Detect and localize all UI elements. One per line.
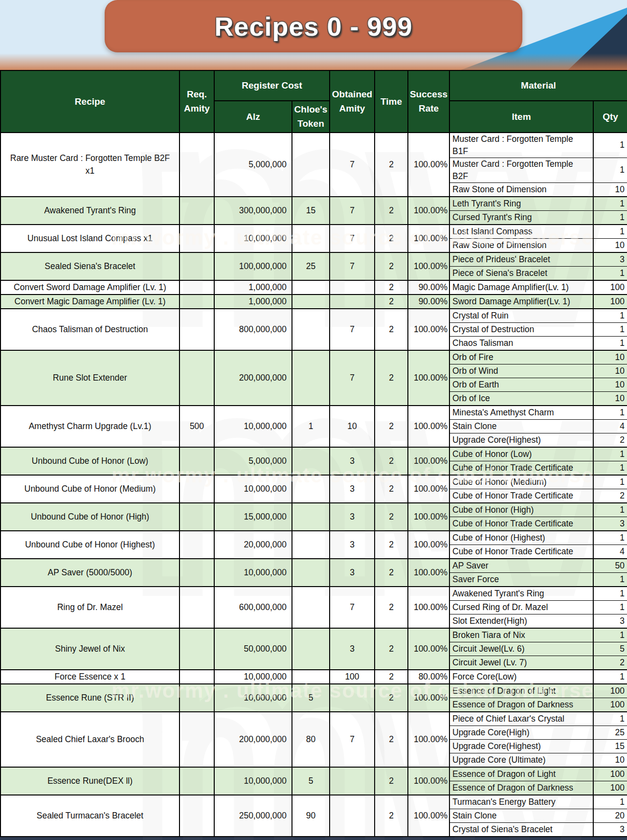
obtained-amity-value: 3: [330, 475, 375, 503]
chloes-token-value: 5: [292, 767, 330, 795]
material-item: Upgrade Core (Ultimate): [449, 753, 593, 767]
material-item: Cube of Honor (Low): [449, 447, 593, 461]
recipe-name: Amethyst Charm Upgrade (Lv.1): [0, 406, 179, 447]
material-item: Cube of Honor Trade Certificate: [449, 489, 593, 503]
material-item: Cube of Honor Trade Certificate: [449, 517, 593, 531]
time-value: 2: [375, 252, 408, 280]
material-qty: 1: [593, 587, 627, 601]
time-value: 2: [375, 559, 408, 587]
alz-cost-value: 20,000,000: [214, 531, 292, 559]
recipe-row: Amethyst Charm Upgrade (Lv.1)50010,000,0…: [0, 406, 627, 420]
time-value: 2: [375, 684, 408, 712]
recipe-name: Shiny Jewel of Nix: [0, 628, 179, 670]
material-item: Cube of Honor (Medium): [449, 475, 593, 489]
material-item: Slot Extender(High): [449, 614, 593, 628]
recipe-row: Unusual Lost Island Compass x110,000,000…: [0, 225, 627, 239]
obtained-amity-value: [330, 684, 375, 712]
material-qty: 100: [593, 295, 627, 309]
chloes-token-value: [292, 280, 330, 295]
obtained-amity-value: 3: [330, 447, 375, 475]
material-qty: 10: [593, 753, 627, 767]
material-item: Muster Card : Forgotten Temple B2F: [449, 158, 593, 182]
obtained-amity-value: [330, 767, 375, 795]
req-amity-value: [179, 712, 214, 767]
material-qty: 25: [593, 726, 627, 739]
material-item: Minesta's Amethyst Charm: [449, 406, 593, 420]
material-qty: 1: [593, 531, 627, 545]
material-qty: 10: [593, 378, 627, 391]
material-qty: 1: [593, 461, 627, 475]
material-item: Upgrade Core(Highest): [449, 739, 593, 753]
hero-header-area: Recipes 0 - 999: [0, 0, 627, 70]
header-material: Material: [449, 70, 627, 101]
alz-cost-value: 15,000,000: [214, 503, 292, 531]
chloes-token-value: [292, 309, 330, 350]
req-amity-value: [179, 225, 214, 252]
material-item: Magic Damage Amplifier(Lv. 1): [449, 280, 593, 295]
material-qty: 3: [593, 822, 627, 837]
material-qty: 4: [593, 545, 627, 559]
chloes-token-value: [292, 531, 330, 559]
material-qty: 1: [593, 133, 627, 158]
time-value: 2: [375, 587, 408, 628]
alz-cost-value: 100,000,000: [214, 252, 292, 280]
req-amity-value: [179, 670, 214, 684]
table-header: Recipe Req. Amity Register Cost Obtained…: [0, 70, 627, 133]
time-value: 2: [375, 280, 408, 295]
material-qty: 1: [593, 503, 627, 517]
material-item: Cursed Tyrant's Ring: [449, 210, 593, 225]
header-alz: Alz: [214, 101, 292, 133]
time-value: 2: [375, 795, 408, 837]
time-value: 2: [375, 406, 408, 447]
material-qty: 2: [593, 433, 627, 447]
req-amity-value: [179, 133, 214, 197]
chloes-token-value: [292, 628, 330, 670]
obtained-amity-value: 7: [330, 309, 375, 350]
material-qty: 10: [593, 238, 627, 252]
recipe-name: Chaos Talisman of Destruction: [0, 309, 179, 350]
alz-cost-value: 200,000,000: [214, 712, 292, 767]
material-item: Cube of Honor Trade Certificate: [449, 545, 593, 559]
req-amity-value: [179, 531, 214, 559]
time-value: 2: [375, 628, 408, 670]
obtained-amity-value: 7: [330, 712, 375, 767]
chloes-token-value: 80: [292, 712, 330, 767]
req-amity-value: 500: [179, 406, 214, 447]
success-rate-value: 100.00%: [408, 447, 449, 475]
recipe-name: Unbound Cube of Honor (High): [0, 503, 179, 531]
material-qty: 1: [593, 475, 627, 489]
material-item: Stain Clone: [449, 419, 593, 433]
material-qty: 1: [593, 309, 627, 323]
recipe-row: Unbound Cube of Honor (Medium)10,000,000…: [0, 475, 627, 489]
obtained-amity-value: 3: [330, 531, 375, 559]
recipe-name: Sealed Turmacan's Bracelet: [0, 795, 179, 837]
req-amity-value: [179, 447, 214, 475]
material-qty: 1: [593, 322, 627, 336]
recipe-row: Sealed Siena's Bracelet100,000,000257210…: [0, 252, 627, 267]
recipe-name: Rare Muster Card : Forgotten Temple B2F …: [0, 133, 179, 197]
recipe-row: Essence Rune (STR II)10,000,00052100.00%…: [0, 684, 627, 698]
recipe-row: Unbound Cube of Honor (High)15,000,00032…: [0, 503, 627, 517]
alz-cost-value: 250,000,000: [214, 795, 292, 837]
header-time: Time: [375, 70, 408, 133]
recipe-row: Chaos Talisman of Destruction800,000,000…: [0, 309, 627, 323]
material-item: AP Saver: [449, 559, 593, 573]
success-rate-value: 100.00%: [408, 225, 449, 252]
material-item: Sword Damage Amplifier(Lv. 1): [449, 295, 593, 309]
alz-cost-value: 5,000,000: [214, 133, 292, 197]
success-rate-value: 100.00%: [408, 531, 449, 559]
time-value: 2: [375, 447, 408, 475]
alz-cost-value: 800,000,000: [214, 309, 292, 350]
title-banner: Recipes 0 - 999: [105, 0, 522, 52]
material-qty: 1: [593, 600, 627, 614]
header-obtained-amity: Obtained Amity: [330, 70, 375, 133]
obtained-amity-value: 7: [330, 252, 375, 280]
req-amity-value: [179, 295, 214, 309]
req-amity-value: [179, 350, 214, 406]
chloes-token-value: [292, 587, 330, 628]
recipe-row: Rare Muster Card : Forgotten Temple B2F …: [0, 133, 627, 158]
alz-cost-value: 200,000,000: [214, 350, 292, 406]
material-qty: 100: [593, 684, 627, 698]
material-qty: 1: [593, 670, 627, 684]
material-item: Orb of Fire: [449, 350, 593, 364]
